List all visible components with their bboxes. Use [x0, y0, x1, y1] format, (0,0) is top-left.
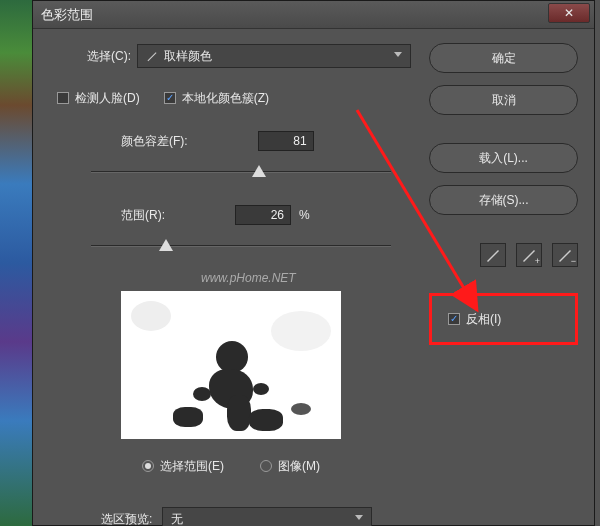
range-slider[interactable] — [91, 235, 391, 259]
selection-preview-label: 选区预览: — [101, 511, 152, 527]
eyedropper-add-button[interactable]: + — [516, 243, 542, 267]
color-range-dialog: 色彩范围 ✕ 选择(C): 取样颜色 检测人脸(D) — [32, 0, 595, 526]
close-button[interactable]: ✕ — [548, 3, 590, 23]
eyedropper-subtract-button[interactable]: − — [552, 243, 578, 267]
invert-highlight: 反相(I) — [429, 293, 578, 345]
image-radio-label: 图像(M) — [278, 458, 320, 475]
chevron-down-icon — [394, 52, 402, 57]
slider-track — [91, 245, 391, 247]
minus-icon: − — [571, 256, 576, 266]
range-input[interactable] — [235, 205, 291, 225]
select-label: 选择(C): — [87, 48, 131, 65]
detect-faces-checkbox[interactable]: 检测人脸(D) — [57, 85, 140, 111]
slider-thumb[interactable] — [252, 165, 266, 177]
image-radio[interactable]: 图像(M) — [260, 453, 320, 479]
fuzziness-input[interactable] — [258, 131, 314, 151]
range-label: 范围(R): — [121, 207, 165, 224]
range-unit: % — [299, 208, 310, 222]
watermark-text: www.pHome.NET — [201, 271, 411, 285]
eyedropper-sample-button[interactable] — [480, 243, 506, 267]
selection-radio[interactable]: 选择范围(E) — [142, 453, 224, 479]
select-dropdown[interactable]: 取样颜色 — [137, 44, 411, 68]
localized-label: 本地化颜色簇(Z) — [182, 90, 269, 107]
titlebar[interactable]: 色彩范围 ✕ — [33, 1, 594, 29]
checkbox-icon — [448, 313, 460, 325]
selection-preview — [121, 291, 341, 439]
checkbox-icon — [57, 92, 69, 104]
radio-icon — [142, 460, 154, 472]
selection-preview-dropdown[interactable]: 无 — [162, 507, 372, 526]
cancel-button[interactable]: 取消 — [429, 85, 578, 115]
ok-button[interactable]: 确定 — [429, 43, 578, 73]
slider-thumb[interactable] — [159, 239, 173, 251]
fuzziness-label: 颜色容差(F): — [121, 133, 188, 150]
invert-checkbox[interactable]: 反相(I) — [448, 306, 501, 332]
eyedropper-icon — [485, 247, 501, 263]
selection-preview-value: 无 — [171, 511, 183, 527]
invert-label: 反相(I) — [466, 311, 501, 328]
plus-icon: + — [535, 256, 540, 266]
radio-icon — [260, 460, 272, 472]
eyedropper-icon — [146, 50, 158, 62]
close-icon: ✕ — [564, 6, 574, 20]
slider-track — [91, 171, 391, 173]
detect-faces-label: 检测人脸(D) — [75, 90, 140, 107]
chevron-down-icon — [355, 515, 363, 520]
checkbox-icon — [164, 92, 176, 104]
selection-radio-label: 选择范围(E) — [160, 458, 224, 475]
localized-checkbox[interactable]: 本地化颜色簇(Z) — [164, 85, 269, 111]
dialog-title: 色彩范围 — [41, 6, 93, 24]
select-value: 取样颜色 — [164, 48, 212, 65]
fuzziness-slider[interactable] — [91, 161, 391, 185]
load-button[interactable]: 载入(L)... — [429, 143, 578, 173]
save-button[interactable]: 存储(S)... — [429, 185, 578, 215]
